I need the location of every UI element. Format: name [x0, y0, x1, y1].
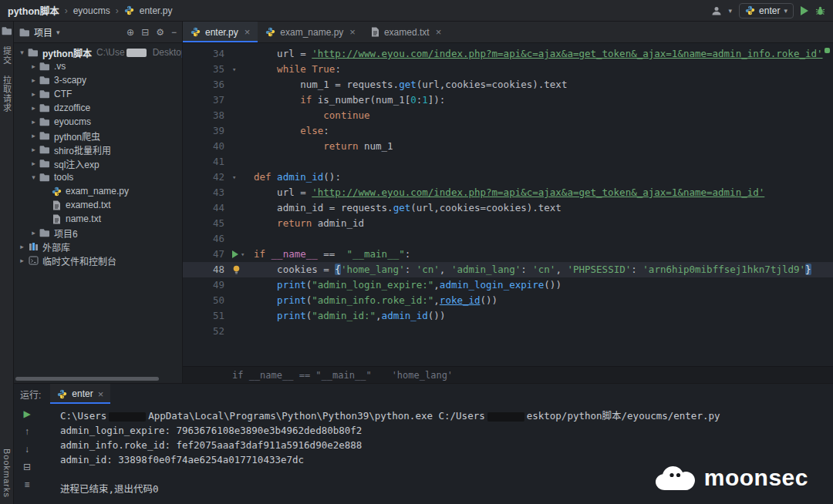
code-line-37[interactable]: 37 if is_number(num_1[0:1]):	[183, 92, 833, 108]
tree-item[interactable]: ▾tools	[14, 170, 182, 184]
code-line-48[interactable]: 48 cookies = {'home_lang': 'cn', 'admin_…	[183, 262, 833, 277]
tree-item[interactable]: ▸eyoucms	[14, 115, 182, 129]
project-icon	[19, 28, 30, 37]
code-line-52[interactable]: 52	[183, 324, 833, 339]
tree-item[interactable]: ▸dzzoffice	[14, 101, 182, 115]
console-line[interactable]: admin_login_expire: 7963676108e3890e3b49…	[60, 423, 833, 438]
tree-item[interactable]: ▸临时文件和控制台	[14, 254, 182, 267]
code-line-45[interactable]: 45 return admin_id	[183, 216, 833, 231]
code-line-46[interactable]: 46	[183, 231, 833, 247]
fold-icon[interactable]: ▾	[232, 62, 236, 77]
close-icon[interactable]: ×	[436, 26, 442, 38]
user-icon[interactable]	[711, 5, 722, 16]
tree-item-label: python脚本	[42, 46, 92, 59]
code-line-34[interactable]: 34 url = 'http://www.eyou.com/index.php?…	[183, 46, 833, 62]
chevron-right-icon[interactable]: ▸	[29, 76, 39, 84]
code-line-42[interactable]: 42▾def admin_id():	[183, 170, 833, 185]
chevron-right-icon[interactable]: ▸	[29, 118, 39, 126]
chevron-right-icon[interactable]: ▸	[29, 160, 39, 167]
tool-stripe-pull-requests[interactable]: 拉取请求	[1, 76, 13, 113]
tool-stripe-project[interactable]	[2, 26, 12, 35]
tree-item[interactable]: exam_name.py	[14, 184, 182, 198]
tree-item[interactable]: examed.txt	[14, 198, 182, 212]
chevron-right-icon[interactable]: ▸	[29, 132, 39, 139]
tool-stripe-bookmarks[interactable]: Bookmarks	[2, 449, 12, 498]
fold-icon[interactable]: ▾	[232, 170, 236, 185]
settings-icon[interactable]: ⚙	[156, 28, 164, 37]
chevron-right-icon[interactable]: ▸	[29, 146, 39, 153]
close-icon[interactable]: ×	[349, 26, 356, 38]
run-config-selector[interactable]: enter ▾	[739, 3, 794, 18]
locate-file-icon[interactable]: ⊕	[126, 28, 134, 37]
intention-bulb-icon[interactable]	[232, 265, 241, 275]
tree-item[interactable]: ▸CTF	[14, 87, 182, 101]
code-line-47[interactable]: 47▾if __name__ == "__main__":	[183, 247, 833, 262]
tree-item[interactable]: ▾python脚本C:\UseDesktop\	[14, 45, 182, 59]
folder-icon	[39, 131, 51, 140]
chevron-right-icon[interactable]: ▸	[29, 62, 39, 70]
code-line-41[interactable]: 41	[183, 154, 833, 170]
chevron-right-icon[interactable]: ▸	[29, 90, 39, 98]
code-line-39[interactable]: 39 else:	[183, 123, 833, 139]
breadcrumb-project[interactable]: python脚本	[8, 3, 59, 18]
project-scrollbar[interactable]	[15, 377, 159, 381]
code-line-40[interactable]: 40 return num_1	[183, 139, 833, 154]
run-button[interactable]	[801, 6, 808, 15]
debug-button[interactable]	[815, 5, 825, 15]
fold-icon[interactable]: ▾	[241, 247, 245, 262]
code-line-43[interactable]: 43 url = 'http://www.eyou.com/index.php?…	[183, 185, 833, 200]
console-line[interactable]: admin_info.roke_id: fef2075aaaf3daf911a5…	[60, 438, 833, 452]
tree-item[interactable]: ▸python爬虫	[14, 129, 182, 143]
inspection-indicator[interactable]	[825, 48, 830, 53]
hide-panel-icon[interactable]: −	[171, 28, 177, 37]
code-line-36[interactable]: 36 num_1 = requests.get(url,cookies=cook…	[183, 77, 833, 92]
chevron-right-icon[interactable]: ▸	[17, 243, 27, 250]
tab-exam_name.py[interactable]: exam_name.py×	[258, 22, 363, 42]
tab-examed.txt[interactable]: examed.txt×	[363, 22, 449, 42]
close-icon[interactable]: ×	[245, 26, 251, 38]
tree-item-path: Desktop\	[153, 47, 182, 58]
rerun-icon[interactable]: ▶	[23, 409, 30, 419]
collapse-all-icon[interactable]: ⊟	[141, 28, 149, 37]
tree-item[interactable]: ▸shiro批量利用	[14, 143, 182, 156]
chevron-right-icon[interactable]: ▸	[29, 104, 39, 112]
close-icon[interactable]: ×	[98, 388, 104, 400]
chevron-right-icon[interactable]: ▸	[29, 229, 39, 237]
soft-wrap-icon[interactable]: ⊟	[23, 462, 31, 472]
gutter-marks	[231, 123, 254, 139]
folder-icon	[39, 145, 51, 154]
console-line[interactable]: C:\UsersAppData\Local\Programs\Python\Py…	[60, 408, 833, 423]
tab-enter.py[interactable]: enter.py×	[183, 22, 258, 42]
tree-item[interactable]: ▸项目6	[14, 226, 182, 240]
project-tree: ▾python脚本C:\UseDesktop\▸.vs▸3-scapy▸CTF▸…	[14, 43, 182, 383]
run-line-icon[interactable]	[232, 250, 238, 258]
chevron-down-icon[interactable]: ▾	[56, 29, 60, 36]
code-line-49[interactable]: 49 print("admin_login_expire:",admin_log…	[183, 277, 833, 293]
folder-icon	[39, 173, 51, 182]
folder-icon	[27, 48, 39, 57]
tab-label: examed.txt	[384, 27, 430, 38]
breadcrumb-module[interactable]: eyoucms	[73, 5, 110, 16]
code-line-50[interactable]: 50 print("admin_info.roke_id:",roke_id()…	[183, 293, 833, 308]
tree-item[interactable]: ▸3-scapy	[14, 73, 182, 87]
options-icon[interactable]: ≡	[24, 480, 29, 490]
editor[interactable]: 34 url = 'http://www.eyou.com/index.php?…	[183, 43, 833, 366]
code-line-51[interactable]: 51 print("admin_id:",admin_id())	[183, 308, 833, 324]
run-tab[interactable]: enter ×	[50, 384, 110, 404]
tree-item[interactable]: ▸外部库	[14, 240, 182, 254]
scroll-down-icon[interactable]: ↓	[25, 445, 29, 455]
tree-item[interactable]: ▸sql注入exp	[14, 156, 182, 170]
tool-stripe-commit[interactable]: 提交	[1, 46, 13, 65]
scroll-up-icon[interactable]: ↑	[25, 427, 29, 437]
context-symbol: 'home_lang'	[392, 370, 453, 381]
breadcrumb-file[interactable]: enter.py	[140, 5, 173, 16]
chevron-right-icon[interactable]: ▸	[17, 257, 27, 264]
project-panel-title[interactable]: 项目	[34, 25, 52, 39]
tree-item[interactable]: ▸.vs	[14, 59, 182, 73]
code-line-38[interactable]: 38 continue	[183, 108, 833, 123]
tree-item[interactable]: name.txt	[14, 212, 182, 226]
code-line-44[interactable]: 44 admin_id = requests.get(url,cookies=c…	[183, 200, 833, 216]
chevron-down-icon[interactable]: ▾	[17, 49, 27, 56]
code-line-35[interactable]: 35▾ while True:	[183, 62, 833, 77]
chevron-down-icon[interactable]: ▾	[29, 173, 39, 181]
